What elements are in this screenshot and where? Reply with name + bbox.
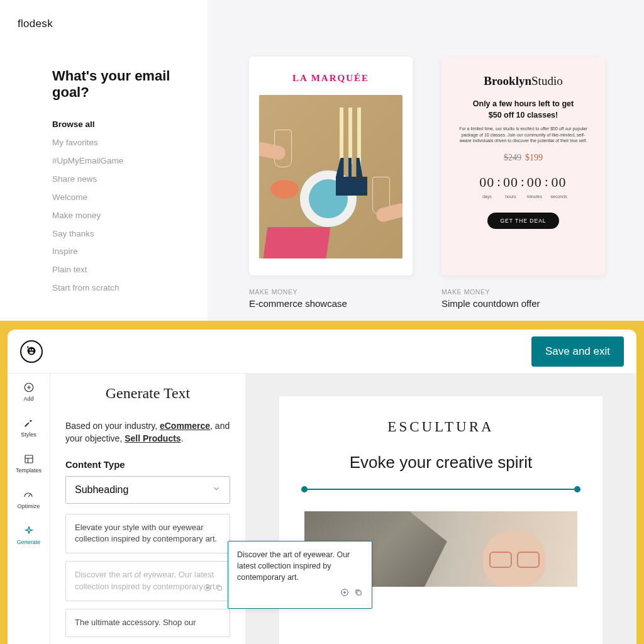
panel-description: Based on your industry, eCommerce, and y… — [65, 419, 230, 445]
mailchimp-body: Add Styles Templates Optimize Generate — [8, 374, 636, 644]
template-countdown-offer[interactable]: BrooklynStudio Only a few hours left to … — [441, 57, 605, 308]
generate-text-panel: Generate Text Based on your industry, eC… — [50, 374, 245, 644]
copy-icon[interactable] — [354, 588, 363, 600]
flodesk-nav: Browse all My favorites #UpMyEmailGame S… — [52, 118, 190, 295]
nav-start-scratch[interactable]: Start from scratch — [52, 282, 190, 295]
nav-share-news[interactable]: Share news — [52, 173, 190, 186]
brooklyn-subtext: For a limited time, our studio is excite… — [452, 126, 595, 143]
rail-add[interactable]: Add — [23, 381, 35, 402]
flodesk-templates-grid: LA MARQUÉE MAKE MONEY E-commerc — [208, 0, 644, 321]
plus-circle-icon[interactable] — [203, 584, 211, 596]
lamarquee-brand: LA MARQUÉE — [292, 73, 369, 84]
template-ecommerce-showcase[interactable]: LA MARQUÉE MAKE MONEY E-commerc — [249, 57, 413, 308]
chevron-down-icon — [212, 484, 221, 496]
svg-point-7 — [30, 420, 32, 422]
flodesk-heading: What's your email goal? — [52, 68, 190, 101]
lamarquee-hero-image — [259, 95, 402, 258]
divider-with-handles[interactable] — [304, 489, 577, 490]
countdown-timer: 00days : 00hours : 00minutes : 00seconds — [479, 174, 567, 199]
suggestion-1[interactable]: Elevate your style with our eyewear coll… — [65, 514, 230, 554]
flodesk-app: flodesk What's your email goal? Browse a… — [0, 0, 644, 321]
nav-inspire[interactable]: Inspire — [52, 245, 190, 258]
brooklyn-price: $249$199 — [504, 153, 543, 163]
templates-icon — [23, 453, 35, 465]
template-category: MAKE MONEY — [441, 288, 605, 296]
svg-rect-15 — [218, 586, 221, 590]
flodesk-sidebar: flodesk What's your email goal? Browse a… — [0, 0, 208, 321]
svg-rect-8 — [25, 455, 33, 463]
mailchimp-app: Save and exit Add Styles Templates — [0, 321, 644, 644]
svg-point-2 — [32, 349, 33, 350]
paint-icon — [22, 417, 35, 430]
plus-circle-icon[interactable] — [340, 588, 349, 600]
svg-line-11 — [28, 494, 30, 497]
content-type-select[interactable]: Subheading — [65, 476, 230, 504]
get-deal-button[interactable]: GET THE DEAL — [487, 213, 558, 229]
template-title: E-commerce showcase — [249, 298, 413, 309]
nav-my-favorites[interactable]: My favorites — [52, 136, 190, 150]
svg-point-1 — [30, 349, 31, 350]
escultura-brand: ESCULTURA — [304, 419, 577, 435]
email-heading: Evoke your creative spirit — [304, 453, 577, 472]
select-value: Subheading — [75, 484, 128, 496]
template-meta: MAKE MONEY E-commerce showcase — [249, 288, 413, 309]
suggestion-3[interactable]: The ultimate accessory. Shop our — [65, 609, 230, 637]
sparkle-icon — [23, 525, 35, 537]
suggestion-actions — [203, 584, 223, 596]
mailchimp-window: Save and exit Add Styles Templates — [8, 330, 636, 644]
rail-optimize[interactable]: Optimize — [18, 489, 40, 509]
suggestion-tooltip: Discover the art of eyewear. Our latest … — [228, 541, 372, 609]
copy-icon[interactable] — [215, 584, 223, 596]
rail-templates[interactable]: Templates — [16, 453, 42, 474]
gauge-icon — [22, 489, 35, 501]
plus-circle-icon — [23, 381, 35, 394]
tooltip-actions — [237, 588, 363, 600]
template-title: Simple countdown offer — [441, 298, 605, 309]
template-preview: LA MARQUÉE — [249, 57, 413, 275]
suggestion-2[interactable]: Discover the art of eyewear. Our latest … — [65, 561, 230, 601]
rail-generate[interactable]: Generate — [17, 525, 41, 545]
svg-point-3 — [30, 352, 33, 354]
rail-styles[interactable]: Styles — [21, 417, 36, 438]
mailchimp-rail: Add Styles Templates Optimize Generate — [8, 374, 50, 644]
mailchimp-logo-icon[interactable] — [20, 340, 43, 363]
save-and-exit-button[interactable]: Save and exit — [531, 336, 624, 367]
nav-browse-all[interactable]: Browse all — [52, 118, 190, 131]
nav-upmyemailgame[interactable]: #UpMyEmailGame — [52, 155, 190, 168]
template-preview: BrooklynStudio Only a few hours left to … — [441, 57, 605, 275]
template-meta: MAKE MONEY Simple countdown offer — [441, 288, 605, 309]
nav-make-money[interactable]: Make money — [52, 209, 190, 223]
flodesk-logo[interactable]: flodesk — [18, 18, 190, 30]
nav-welcome[interactable]: Welcome — [52, 191, 190, 204]
template-category: MAKE MONEY — [249, 288, 413, 296]
brooklyn-brand: BrooklynStudio — [484, 74, 562, 88]
content-type-label: Content Type — [65, 459, 230, 470]
svg-rect-19 — [357, 591, 361, 595]
brooklyn-headline: Only a few hours left to get$50 off 10 c… — [473, 98, 574, 121]
mailchimp-topbar: Save and exit — [8, 330, 636, 374]
nav-say-thanks[interactable]: Say thanks — [52, 228, 190, 241]
panel-title: Generate Text — [65, 385, 230, 402]
nav-plain-text[interactable]: Plain text — [52, 264, 190, 277]
